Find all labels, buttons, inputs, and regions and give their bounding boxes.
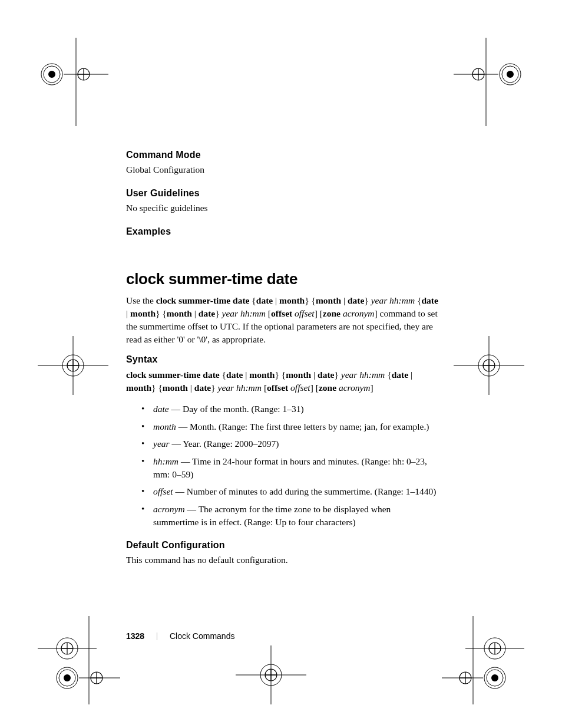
- user-guidelines-heading: User Guidelines: [126, 188, 438, 199]
- command-mode-heading: Command Mode: [126, 150, 438, 160]
- param-list: date — Day of the month. (Range: 1–31)mo…: [141, 403, 438, 529]
- param-name: hh:mm: [153, 456, 178, 466]
- default-config-heading: Default Configuration: [126, 540, 438, 551]
- svg-point-34: [64, 674, 71, 681]
- param-name: offset: [153, 486, 173, 496]
- svg-point-28: [57, 638, 78, 659]
- svg-point-22: [478, 355, 500, 376]
- svg-point-42: [265, 669, 277, 681]
- command-mode-body: Global Configuration: [126, 164, 438, 176]
- svg-point-48: [489, 643, 501, 654]
- param-item: hh:mm — Time in 24-hour format in hours …: [141, 455, 438, 480]
- svg-point-2: [48, 71, 55, 78]
- command-intro: Use the clock summer-time date {date | m…: [126, 294, 438, 346]
- page-footer: 1328 | Clock Commands: [126, 631, 234, 641]
- svg-point-54: [459, 672, 471, 684]
- crop-mark-bottom-left: [38, 616, 120, 704]
- svg-point-9: [502, 66, 518, 83]
- param-desc: — Number of minutes to add during the su…: [173, 486, 437, 496]
- param-name: acronym: [153, 504, 185, 514]
- param-name: month: [153, 421, 176, 431]
- param-name: year: [153, 439, 170, 449]
- examples-heading: Examples: [126, 226, 438, 237]
- svg-point-0: [41, 64, 62, 85]
- crop-mark-top-left: [38, 38, 108, 126]
- crop-mark-mid-right: [454, 336, 524, 395]
- param-item: acronym — The acronym for the time zone …: [141, 503, 438, 528]
- footer-section-name: Clock Commands: [170, 631, 234, 641]
- crop-mark-top-right: [454, 38, 524, 126]
- svg-point-41: [260, 664, 282, 686]
- svg-point-51: [484, 667, 505, 689]
- svg-point-35: [91, 672, 103, 684]
- footer-divider: |: [156, 631, 158, 641]
- svg-point-8: [500, 64, 521, 85]
- crop-mark-bottom-center: [236, 645, 306, 704]
- svg-point-29: [61, 643, 73, 654]
- svg-point-33: [59, 670, 75, 686]
- param-desc: — The acronym for the time zone to be di…: [153, 504, 391, 527]
- syntax-line: clock summer-time date {date | month} {m…: [126, 368, 438, 394]
- syntax-heading: Syntax: [126, 354, 438, 365]
- param-name: date: [153, 404, 169, 414]
- param-item: offset — Number of minutes to add during…: [141, 485, 438, 498]
- param-desc: — Year. (Range: 2000–2097): [170, 439, 279, 449]
- page-number: 1328: [126, 631, 144, 641]
- crop-mark-mid-left: [38, 336, 108, 395]
- page-content: Command Mode Global Configuration User G…: [126, 150, 438, 578]
- svg-point-47: [484, 638, 505, 659]
- svg-point-17: [67, 360, 79, 371]
- param-desc: — Month. (Range: The first three letters…: [176, 421, 429, 431]
- svg-point-3: [78, 68, 90, 80]
- param-desc: — Day of the month. (Range: 1–31): [169, 404, 304, 414]
- default-config-body: This command has no default configuratio…: [126, 554, 438, 566]
- param-item: month — Month. (Range: The first three l…: [141, 420, 438, 433]
- svg-point-32: [57, 667, 78, 689]
- svg-point-16: [62, 355, 84, 376]
- svg-point-1: [44, 66, 60, 83]
- command-title: clock summer-time date: [126, 270, 438, 288]
- crop-mark-bottom-right: [442, 616, 524, 704]
- user-guidelines-body: No specific guidelines: [126, 202, 438, 215]
- svg-point-52: [487, 670, 503, 686]
- svg-point-10: [507, 71, 514, 78]
- param-desc: — Time in 24-hour format in hours and mi…: [153, 456, 427, 479]
- intro-prefix: Use the: [126, 295, 156, 305]
- svg-point-23: [483, 360, 495, 371]
- svg-point-53: [491, 674, 498, 681]
- svg-point-11: [472, 68, 484, 80]
- param-item: date — Day of the month. (Range: 1–31): [141, 403, 438, 416]
- param-item: year — Year. (Range: 2000–2097): [141, 437, 438, 450]
